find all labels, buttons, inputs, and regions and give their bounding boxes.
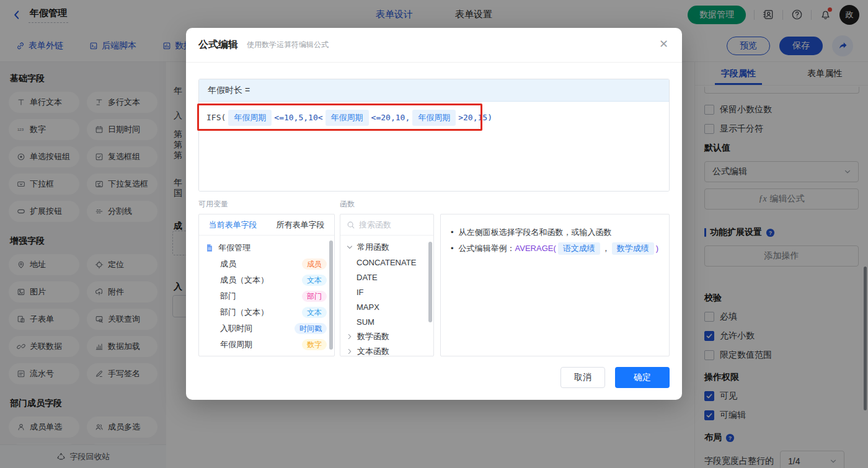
caret-right-icon [345, 347, 354, 356]
tab-all-form-fields[interactable]: 所有表单字段 [277, 219, 325, 231]
variable-row[interactable]: 成员（文本）文本 [199, 272, 334, 288]
variable-row[interactable]: 部门部门 [199, 288, 334, 304]
variable-name: 成员 [220, 258, 236, 270]
formula-tips-panel: • 从左侧面板选择字段名和函数，或输入函数 • 公式编辑举例：AVERAGE(语… [440, 214, 670, 356]
variables-label: 可用变量 [198, 199, 228, 210]
tip-example-function-close: ) [656, 244, 658, 253]
tip-example-separator: ， [602, 244, 610, 253]
formula-input-area[interactable]: IFS(年假周期<=10,5,10<年假周期<=20,10,年假周期>20,15… [199, 102, 669, 192]
formula-variable-tag[interactable]: 年假周期 [228, 110, 272, 126]
variable-name: 年假周期 [220, 339, 252, 350]
tip-line-1: • 从左侧面板选择字段名和函数，或输入函数 [451, 224, 659, 241]
tip-example: 公式编辑举例：AVERAGE(语文成绩，数学成绩) [459, 241, 659, 257]
function-group[interactable]: 文本函数 [340, 344, 433, 356]
tab-current-form-fields[interactable]: 当前表单字段 [209, 219, 257, 231]
function-item[interactable]: IF [340, 285, 433, 299]
variable-type-badge: 时间戳 [294, 323, 327, 334]
modal-header: 公式编辑 使用数学运算符编辑公式 ✕ [186, 28, 682, 63]
modal-footer: 取消 确定 [560, 367, 670, 388]
functions-panel: 常用函数CONCATENATEDATEIFMAPXSUM数学函数文本函数 [340, 214, 434, 356]
tip-line-2: • 公式编辑举例：AVERAGE(语文成绩，数学成绩) [451, 241, 659, 257]
confirm-button[interactable]: 确定 [615, 367, 670, 388]
cancel-button[interactable]: 取消 [560, 367, 605, 388]
tip-example-function-open: AVERAGE( [515, 244, 556, 253]
variable-name: 成员（文本） [220, 275, 268, 286]
variable-name: 部门（文本） [220, 307, 268, 318]
variables-root-label: 年假管理 [218, 242, 250, 254]
functions-scrollbar[interactable] [428, 242, 432, 322]
formula-token: >20,15) [458, 113, 492, 122]
modal-title: 公式编辑 [198, 38, 238, 51]
variable-name: 部门 [220, 291, 236, 302]
variable-name: 入职时间 [220, 323, 252, 334]
variable-type-badge: 文本 [302, 275, 327, 286]
tip-example-arg: 数学成绩 [612, 242, 654, 255]
tip-example-arg: 语文成绩 [558, 242, 600, 255]
bullet: • [451, 224, 454, 241]
variable-type-badge: 文本 [302, 307, 327, 318]
formula-editor: 年假时长 = IFS(年假周期<=10,5,10<年假周期<=20,10,年假周… [198, 79, 670, 192]
formula-token: <=10,5,10< [274, 113, 322, 122]
variable-type-badge: 数字 [302, 339, 327, 350]
function-group[interactable]: 数学函数 [340, 329, 433, 344]
function-group-label: 数学函数 [357, 331, 389, 342]
formula-token: <=20,10, [371, 113, 410, 122]
close-icon[interactable]: ✕ [659, 38, 668, 50]
variables-scrollbar[interactable] [329, 241, 333, 350]
function-group[interactable]: 常用函数 [340, 240, 433, 255]
function-search [340, 214, 433, 236]
form-designer-app: 年假管理 表单设计 表单设置 数据管理 政 表单外链后端脚本数据权限 [0, 0, 868, 468]
caret-down-icon [345, 243, 354, 252]
caret-right-icon [345, 332, 354, 341]
tip-example-prefix: 公式编辑举例： [459, 244, 515, 253]
modal-subtitle: 使用数学运算符编辑公式 [247, 40, 329, 50]
formula-edit-modal: 公式编辑 使用数学运算符编辑公式 ✕ 年假时长 = IFS(年假周期<=10,5… [186, 28, 682, 400]
variable-row[interactable]: 年假周期数字 [199, 337, 334, 353]
variable-row[interactable]: 成员成员 [199, 256, 334, 272]
variable-type-badge: 成员 [302, 258, 327, 270]
variables-tabs: 当前表单字段 所有表单字段 [199, 214, 334, 236]
form-doc-icon [205, 244, 214, 252]
tip-text: 从左侧面板选择字段名和函数，或输入函数 [459, 224, 612, 241]
functions-label: 函数 [340, 199, 355, 210]
variables-panel: 当前表单字段 所有表单字段 年假管理 成员成员成员（文本）文本部门部门部门（文本… [198, 214, 335, 356]
formula-expression[interactable]: IFS(年假周期<=10,5,10<年假周期<=20,10,年假周期>20,15… [199, 102, 669, 134]
function-search-input[interactable] [359, 220, 421, 229]
formula-variable-tag[interactable]: 年假周期 [412, 110, 456, 126]
formula-variable-tag[interactable]: 年假周期 [326, 110, 369, 126]
function-item[interactable]: MAPX [340, 299, 433, 314]
variables-tree-root[interactable]: 年假管理 [199, 240, 334, 256]
function-item[interactable]: CONCATENATE [340, 255, 433, 270]
variable-type-badge: 部门 [302, 291, 327, 302]
search-icon [347, 221, 355, 229]
function-group-label: 文本函数 [357, 346, 389, 356]
bullet: • [451, 241, 454, 257]
variable-row[interactable]: 入职时间时间戳 [199, 320, 334, 337]
formula-result-label: 年假时长 = [199, 79, 669, 102]
function-group-label: 常用函数 [357, 242, 389, 253]
function-item[interactable]: SUM [340, 314, 433, 329]
variable-row[interactable]: 部门（文本）文本 [199, 304, 334, 320]
formula-token: IFS( [206, 113, 226, 122]
function-item[interactable]: DATE [340, 270, 433, 285]
